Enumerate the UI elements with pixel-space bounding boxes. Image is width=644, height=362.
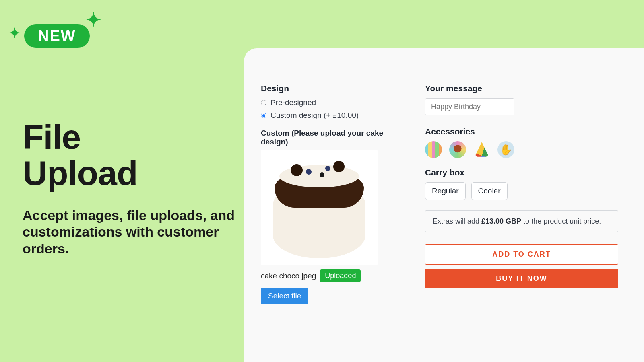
hero-title: File Upload (23, 119, 137, 191)
extras-price-note: Extras will add £13.00 GBP to the produc… (425, 210, 618, 232)
extras-prefix: Extras will add (433, 217, 481, 225)
radio-custom-design[interactable]: Custom design (+ £10.00) (261, 111, 394, 120)
accessory-party-hat[interactable] (473, 141, 490, 158)
accessories-label: Accessories (425, 127, 618, 136)
new-pill: NEW (24, 24, 90, 48)
select-file-button[interactable]: Select file (261, 288, 308, 304)
accessory-hand-print[interactable]: ✋ (497, 141, 514, 158)
hero-title-line: File (23, 117, 80, 156)
extras-amount: £13.00 GBP (481, 217, 521, 225)
accessory-candles[interactable] (425, 141, 442, 158)
uploaded-filename: cake choco.jpeg (261, 272, 316, 280)
carrybox-regular[interactable]: Regular (425, 182, 466, 200)
carrybox-cooler[interactable]: Cooler (471, 182, 508, 200)
radio-label: Custom design (+ £10.00) (270, 111, 359, 120)
design-label: Design (261, 84, 394, 93)
radio-icon (261, 100, 266, 105)
upload-status-badge: Uploaded (320, 269, 361, 282)
add-to-cart-button[interactable]: ADD TO CART (425, 244, 618, 265)
radio-icon (261, 113, 266, 118)
hero-title-line: Upload (23, 154, 137, 192)
buy-it-now-button[interactable]: BUY IT NOW (425, 269, 618, 288)
message-label: Your message (425, 84, 618, 93)
sparkle-icon: ✦ (86, 9, 101, 31)
hero-subtitle: Accept images, file uploads, and customi… (23, 207, 240, 257)
upload-label: Custom (Please upload your cake design) (261, 129, 394, 146)
radio-predesigned[interactable]: Pre-designed (261, 98, 394, 107)
message-input[interactable] (425, 98, 514, 115)
product-options-card: Design Pre-designed Custom design (+ £10… (244, 48, 644, 362)
carrybox-label: Carry box (425, 168, 618, 177)
sparkle-icon: ✦ (9, 25, 20, 41)
accessory-sprinkles[interactable] (449, 141, 466, 158)
extras-suffix: to the product unit price. (521, 217, 601, 225)
new-badge: ✦ ✦ NEW (9, 11, 101, 56)
radio-label: Pre-designed (270, 98, 316, 107)
upload-preview-image (261, 150, 378, 265)
